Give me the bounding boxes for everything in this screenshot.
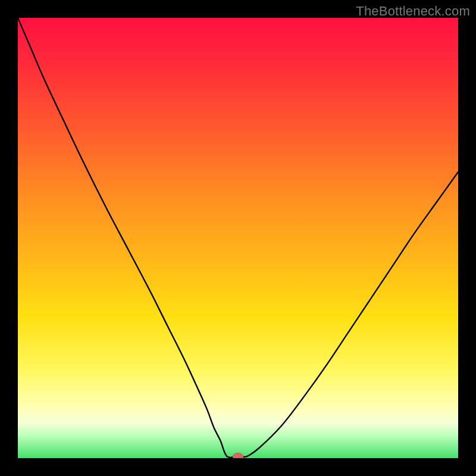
plot-area bbox=[18, 18, 458, 458]
chart-frame: TheBottleneck.com bbox=[0, 0, 476, 476]
optimum-marker bbox=[233, 453, 243, 458]
chart-svg bbox=[18, 18, 458, 458]
watermark-text: TheBottleneck.com bbox=[356, 4, 470, 19]
bottleneck-curve bbox=[18, 18, 458, 458]
